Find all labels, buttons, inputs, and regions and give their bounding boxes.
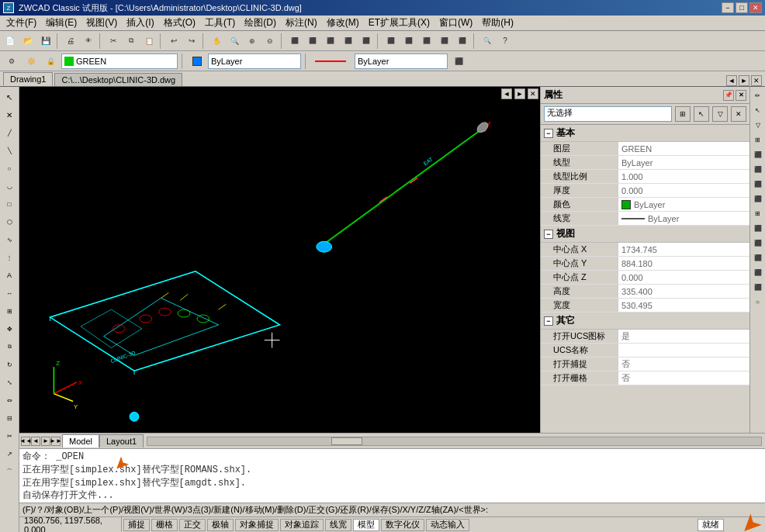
close-tab-btn[interactable]: ✕ [751,75,762,86]
tab-drawing1[interactable]: Drawing1 [3,72,53,86]
tb-btn-a[interactable]: ⬛ [286,33,303,50]
h-scrollbar-track[interactable] [147,437,762,446]
menu-tools[interactable]: 工具(T) [200,16,240,30]
tb-btn-i[interactable]: ⬛ [436,33,453,50]
menu-window[interactable]: 窗口(W) [434,16,477,30]
dynin-toggle[interactable]: 动态输入 [426,519,469,531]
dim-tool[interactable]: ↔ [1,285,18,302]
rt-btn-8[interactable]: ⬛ [751,192,765,206]
tab-nav-prev[interactable]: ◄ [31,437,40,446]
text-tool[interactable]: A [1,267,18,284]
tb-btn-b[interactable]: ⬛ [304,33,321,50]
rt-btn-15[interactable]: ○ [751,295,765,309]
spline-tool[interactable]: ∿ [1,231,18,248]
color-btn[interactable] [189,53,206,70]
hatch-tool[interactable]: ⋮ [1,249,18,266]
h-scrollbar-thumb[interactable] [331,437,362,445]
section-view-toggle[interactable]: − [544,230,553,239]
grid-toggle[interactable]: 栅格 [151,519,178,531]
rt-btn-5[interactable]: ⬛ [751,147,765,161]
rt-btn-1[interactable]: ✏ [751,88,765,102]
rect-tool[interactable]: □ [1,195,18,212]
circle-tool[interactable]: ○ [1,160,18,177]
model-tab[interactable]: Model [62,434,99,447]
paste-button[interactable]: 📋 [140,33,158,50]
tab-nav-last[interactable]: ►► [51,437,61,446]
prop-value-height[interactable]: 335.400 [618,285,749,298]
zoomin-button[interactable]: ⊕ [244,33,261,50]
rt-btn-4[interactable]: ⊞ [751,133,765,147]
menu-modify[interactable]: 修改(M) [322,16,364,30]
props-btn-2[interactable]: ↖ [694,106,709,122]
prop-value-width[interactable]: 530.495 [618,299,749,312]
zoom-input-btn[interactable]: 🔍 [479,33,496,50]
menu-view[interactable]: 视图(V) [81,16,122,30]
extend-tool[interactable]: ↗ [1,445,18,462]
menu-format[interactable]: 格式(O) [159,16,200,30]
panel-close-btn[interactable]: ✕ [736,90,746,101]
lineweight-settings-btn[interactable]: ⬛ [450,53,467,70]
layer-btn2[interactable]: 🔆 [22,53,40,70]
viewport-right-btn[interactable]: ► [514,88,525,99]
tb-btn-f[interactable]: ⬛ [382,33,400,50]
tb-btn-d[interactable]: ⬛ [340,33,357,50]
rt-btn-3[interactable]: ▽ [751,118,765,132]
props-btn-1[interactable]: ⊞ [675,106,691,122]
prop-value-lineweight[interactable]: ByLayer [618,212,749,225]
maximize-button[interactable]: □ [736,2,748,13]
panel-pin-btn[interactable]: 📌 [723,90,734,101]
prop-value-thickness[interactable]: 0.000 [618,184,749,197]
prop-value-snap[interactable]: 否 [618,358,749,371]
section-other-toggle[interactable]: − [544,316,553,326]
cut-button[interactable]: ✂ [105,33,122,50]
mirror-tool[interactable]: ⇔ [1,392,18,409]
rt-btn-9[interactable]: ⊞ [751,206,765,220]
select-tool[interactable]: ↖ [1,88,18,105]
save-button[interactable]: 💾 [37,33,54,50]
minimize-button[interactable]: − [722,2,734,13]
pan-button[interactable]: ✋ [208,33,225,50]
viewport-close-btn[interactable]: ✕ [528,88,538,99]
snap-toggle[interactable]: 捕捉 [123,519,150,531]
tab-clinic3d[interactable]: C:\...\Desktop\CLINIC-3D.dwg [54,73,182,86]
prop-value-ucsicon[interactable]: 是 [618,330,749,343]
new-button[interactable]: 📄 [2,33,19,50]
rt-btn-13[interactable]: ⬛ [751,265,765,279]
prop-value-linetype[interactable]: ByLayer [618,156,749,169]
help-btn[interactable]: ? [497,33,514,50]
selection-dropdown[interactable]: 无选择 [544,106,672,122]
undo-button[interactable]: ↩ [165,33,182,50]
prop-value-color[interactable]: ByLayer [618,198,749,211]
prop-value-ucsname[interactable] [618,344,749,357]
tab-nav-first[interactable]: ◄◄ [21,437,30,446]
menu-edit[interactable]: 编辑(E) [41,16,81,30]
print-button[interactable]: 🖨 [62,33,79,50]
fillet-tool[interactable]: ⌒ [1,463,18,480]
polygon-tool[interactable]: ⬡ [1,213,18,230]
prop-value-layer[interactable]: GREEN [618,142,749,155]
layer-btn3[interactable]: 🔒 [42,53,59,70]
zoom-button[interactable]: 🔍 [226,33,243,50]
props-btn-4[interactable]: ✕ [731,106,746,122]
menu-file[interactable]: 文件(F) [2,16,41,30]
section-basic-toggle[interactable]: − [544,129,553,138]
prop-value-cx[interactable]: 1734.745 [618,243,749,256]
viewport-left-btn[interactable]: ◄ [501,88,512,99]
tb-btn-j[interactable]: ⬛ [454,33,471,50]
menu-draw[interactable]: 绘图(D) [240,16,281,30]
tb-btn-c[interactable]: ⬛ [322,33,339,50]
zoomout-button[interactable]: ⊖ [261,33,279,50]
prev-tab-btn[interactable]: ◄ [726,75,737,86]
tb-btn-h[interactable]: ⬛ [418,33,435,50]
line-tool[interactable]: ╱ [1,124,18,141]
move-tool[interactable]: ✥ [1,320,18,337]
scale-tool[interactable]: ⤡ [1,374,18,391]
ortho-toggle[interactable]: 正交 [179,519,206,531]
layout1-tab[interactable]: Layout1 [99,434,144,447]
polyline-tool[interactable]: ╲ [1,142,18,159]
open-button[interactable]: 📂 [19,33,36,50]
tb-btn-g[interactable]: ⬛ [400,33,417,50]
prop-value-grid[interactable]: 否 [618,371,749,385]
trim-tool[interactable]: ✂ [1,427,18,444]
rt-btn-2[interactable]: ↖ [751,103,765,117]
